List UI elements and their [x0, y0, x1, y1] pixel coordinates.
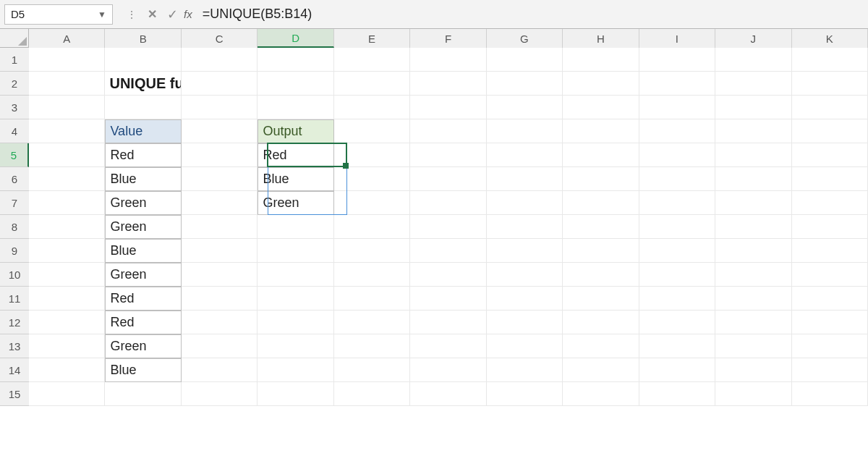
column-header-J[interactable]: J — [715, 29, 791, 48]
cell-J3[interactable] — [715, 96, 791, 119]
cell-H12[interactable] — [563, 311, 639, 334]
cell-K4[interactable] — [792, 119, 868, 143]
cell-B13[interactable]: Green — [105, 334, 182, 358]
cell-D11[interactable] — [258, 287, 333, 311]
cell-A15[interactable] — [29, 382, 105, 406]
cell-H11[interactable] — [563, 287, 639, 311]
cell-D7[interactable]: Green — [258, 191, 334, 215]
cell-I2[interactable] — [639, 72, 715, 96]
cell-J9[interactable] — [715, 239, 791, 263]
cell-A7[interactable] — [29, 191, 105, 215]
cell-A3[interactable] — [29, 96, 105, 119]
cell-G2[interactable] — [487, 72, 563, 96]
cell-H8[interactable] — [563, 215, 639, 239]
cell-C8[interactable] — [182, 215, 258, 239]
cell-I6[interactable] — [639, 167, 715, 191]
cell-F13[interactable] — [410, 334, 486, 358]
cell-G1[interactable] — [487, 48, 563, 72]
column-header-K[interactable]: K — [792, 29, 868, 48]
cell-J2[interactable] — [715, 72, 791, 96]
cell-J5[interactable] — [715, 143, 791, 167]
cell-K3[interactable] — [792, 96, 868, 119]
cell-I15[interactable] — [639, 382, 715, 406]
cell-J6[interactable] — [715, 167, 791, 191]
cell-K12[interactable] — [792, 311, 868, 334]
cell-B7[interactable]: Green — [105, 191, 182, 215]
cell-I13[interactable] — [639, 334, 715, 358]
cell-F3[interactable] — [410, 96, 486, 119]
cell-J13[interactable] — [715, 334, 791, 358]
cell-D8[interactable] — [258, 215, 333, 239]
cell-B3[interactable] — [105, 96, 181, 119]
fx-icon[interactable]: fx — [184, 8, 192, 20]
cell-I7[interactable] — [639, 191, 715, 215]
cell-C11[interactable] — [182, 287, 258, 311]
formula-history-icon[interactable]: ⋮ — [122, 6, 142, 23]
cell-I4[interactable] — [639, 119, 715, 143]
cell-E3[interactable] — [334, 96, 410, 119]
cancel-icon[interactable]: ✕ — [142, 6, 162, 23]
cell-B14[interactable]: Blue — [105, 358, 182, 382]
cell-C13[interactable] — [182, 334, 258, 358]
column-header-D[interactable]: D — [258, 29, 333, 48]
column-header-C[interactable]: C — [182, 29, 258, 48]
cell-J10[interactable] — [715, 263, 791, 287]
cell-K13[interactable] — [792, 334, 868, 358]
cell-H15[interactable] — [563, 382, 639, 406]
cell-B15[interactable] — [105, 382, 181, 406]
cell-F6[interactable] — [410, 167, 486, 191]
cell-C9[interactable] — [182, 239, 258, 263]
cell-G5[interactable] — [487, 143, 563, 167]
cell-G3[interactable] — [487, 96, 563, 119]
row-header-12[interactable]: 12 — [0, 311, 29, 334]
cell-D4[interactable]: Output — [258, 119, 334, 143]
cell-C10[interactable] — [182, 263, 258, 287]
cell-B4[interactable]: Value — [105, 119, 182, 143]
cell-E9[interactable] — [334, 239, 410, 263]
cell-B11[interactable]: Red — [105, 287, 182, 311]
cell-K15[interactable] — [792, 382, 868, 406]
cell-F10[interactable] — [410, 263, 486, 287]
cell-A1[interactable] — [29, 48, 105, 72]
cell-H10[interactable] — [563, 263, 639, 287]
name-box[interactable]: D5 ▼ — [4, 4, 113, 25]
cell-K9[interactable] — [792, 239, 868, 263]
column-header-A[interactable]: A — [29, 29, 105, 48]
row-header-15[interactable]: 15 — [0, 382, 29, 406]
cell-F2[interactable] — [410, 72, 486, 96]
cell-H2[interactable] — [563, 72, 639, 96]
cell-B1[interactable] — [105, 48, 181, 72]
cell-C5[interactable] — [182, 143, 258, 167]
cell-H1[interactable] — [563, 48, 639, 72]
cell-F9[interactable] — [410, 239, 486, 263]
cell-D5[interactable]: Red — [258, 143, 334, 167]
cell-F8[interactable] — [410, 215, 486, 239]
cell-B6[interactable]: Blue — [105, 167, 182, 191]
cell-B5[interactable]: Red — [105, 143, 182, 167]
cell-A13[interactable] — [29, 334, 105, 358]
cell-K7[interactable] — [792, 191, 868, 215]
cell-G9[interactable] — [487, 239, 563, 263]
cell-I10[interactable] — [639, 263, 715, 287]
cell-D2[interactable] — [258, 72, 333, 96]
cell-G14[interactable] — [487, 358, 563, 382]
cell-E15[interactable] — [334, 382, 410, 406]
cell-K5[interactable] — [792, 143, 868, 167]
cell-K8[interactable] — [792, 215, 868, 239]
cell-E2[interactable] — [334, 72, 410, 96]
cell-G15[interactable] — [487, 382, 563, 406]
cell-G4[interactable] — [487, 119, 563, 143]
cell-G12[interactable] — [487, 311, 563, 334]
cell-K2[interactable] — [792, 72, 868, 96]
cell-A12[interactable] — [29, 311, 105, 334]
cell-E4[interactable] — [334, 119, 410, 143]
cell-G7[interactable] — [487, 191, 563, 215]
cell-D10[interactable] — [258, 263, 333, 287]
cell-J1[interactable] — [715, 48, 791, 72]
cell-J8[interactable] — [715, 215, 791, 239]
cell-C3[interactable] — [182, 96, 258, 119]
column-header-B[interactable]: B — [105, 29, 181, 48]
cell-J4[interactable] — [715, 119, 791, 143]
row-header-1[interactable]: 1 — [0, 48, 29, 72]
row-header-7[interactable]: 7 — [0, 191, 29, 215]
